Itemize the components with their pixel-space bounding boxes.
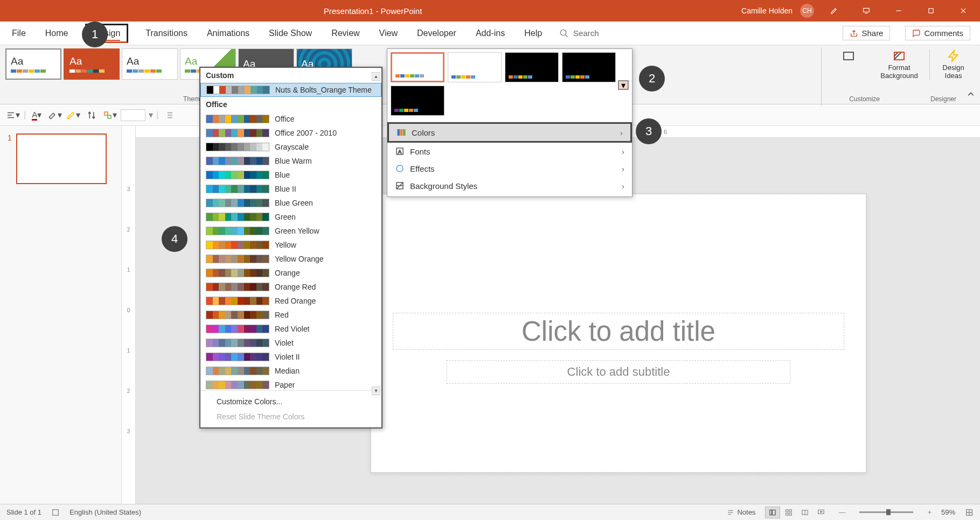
color-strip [206, 297, 269, 305]
tab-slide-show[interactable]: Slide Show [267, 23, 314, 44]
tab-home[interactable]: Home [43, 23, 71, 44]
svg-line-6 [565, 34, 568, 37]
tab-design[interactable]: Design [85, 24, 128, 43]
customize-colors-button[interactable]: Customize Colors... [200, 394, 381, 409]
tab-review[interactable]: Review [329, 23, 362, 44]
fit-window-icon[interactable] [965, 508, 974, 517]
minimize-icon[interactable] [886, 0, 911, 22]
theme-thumb-office[interactable]: Aa [5, 48, 61, 80]
color-scheme-row[interactable]: Violet [200, 336, 381, 350]
menu-background-styles[interactable]: Background Styles › [387, 177, 632, 194]
format-background-button[interactable]: Format Background [879, 50, 920, 80]
scroll-up-icon[interactable]: ▲ [372, 72, 380, 81]
color-scheme-row[interactable]: Red [200, 308, 381, 322]
color-scheme-row[interactable]: Blue Green [200, 196, 381, 210]
color-strip [206, 86, 270, 94]
color-scheme-row[interactable]: Orange [200, 266, 381, 280]
vertical-ruler: 3210123 [122, 126, 136, 520]
normal-view-icon[interactable] [765, 507, 780, 518]
color-scheme-row[interactable]: Median [200, 364, 381, 378]
highlight-icon[interactable]: ▾ [47, 108, 62, 122]
svg-text:A: A [398, 149, 401, 154]
theme-thumb-orange[interactable]: Aa [64, 48, 120, 80]
color-strip [206, 367, 269, 375]
pen-color-icon[interactable]: ▾ [66, 108, 81, 122]
tab-add-ins[interactable]: Add-ins [474, 23, 507, 44]
color-scheme-row[interactable]: Red Orange [200, 294, 381, 308]
color-scheme-row[interactable]: Violet II [200, 350, 381, 364]
ink-icon[interactable] [822, 0, 846, 22]
flyout-scrollbar[interactable]: ▲ ▼ [372, 72, 380, 395]
color-scheme-row[interactable]: Blue Warm [200, 154, 381, 168]
spellcheck-icon[interactable] [51, 508, 60, 517]
notes-button[interactable]: Notes [726, 508, 755, 516]
close-icon[interactable] [951, 0, 976, 22]
ribbon-collapse-icon[interactable] [967, 91, 975, 101]
svg-rect-12 [105, 112, 108, 115]
font-color-icon[interactable]: A ▾ [29, 108, 44, 122]
slide-size-button[interactable]: Slide Size [828, 50, 869, 72]
slideshow-view-icon[interactable] [814, 507, 829, 518]
color-strip [206, 115, 269, 123]
variant-thumb-4[interactable] [562, 52, 616, 82]
sort-icon[interactable] [84, 108, 99, 122]
variant-thumb-2[interactable] [448, 52, 502, 82]
list-icon[interactable] [162, 108, 177, 122]
menu-effects[interactable]: Effects › [387, 160, 632, 177]
menu-colors[interactable]: Colors › [387, 122, 632, 143]
zoom-percent[interactable]: 59% [941, 508, 955, 516]
subtitle-placeholder[interactable]: Click to add subtitle [447, 360, 790, 384]
color-scheme-row[interactable]: Nuts & Bolts_Orange Theme [200, 83, 381, 97]
color-scheme-label: Violet [275, 339, 294, 347]
zoom-slider[interactable] [859, 511, 913, 513]
color-scheme-label: Orange [275, 269, 300, 277]
tab-developer[interactable]: Developer [415, 23, 458, 44]
tab-animations[interactable]: Animations [205, 23, 252, 44]
color-scheme-row[interactable]: Office 2007 - 2010 [200, 126, 381, 140]
maximize-icon[interactable] [919, 0, 943, 22]
color-strip [206, 213, 269, 221]
color-scheme-row[interactable]: Yellow [200, 238, 381, 252]
user-avatar[interactable]: CH [800, 4, 814, 18]
language-status[interactable]: English (United States) [69, 508, 141, 516]
slide-canvas[interactable]: Click to add title Click to add subtitle [371, 194, 866, 473]
variants-dropdown-panel: ▾ Colors › A Fonts › Effects › Backgroun… [387, 48, 633, 197]
align-icon[interactable]: ▾ [5, 108, 20, 122]
color-strip [206, 255, 269, 263]
comments-button[interactable]: Comments [905, 26, 970, 40]
color-scheme-row[interactable]: Grayscale [200, 140, 381, 154]
color-scheme-row[interactable]: Yellow Orange [200, 252, 381, 266]
slide-thumbnail[interactable] [16, 133, 107, 184]
tab-view[interactable]: View [377, 23, 400, 44]
search-box[interactable]: Search [559, 29, 599, 38]
scroll-down-icon[interactable]: ▼ [372, 387, 380, 395]
color-scheme-row[interactable]: Office [200, 112, 381, 126]
tab-help[interactable]: Help [522, 23, 544, 44]
variant-thumb-1[interactable] [391, 52, 444, 82]
shapes-icon[interactable]: ▾ [102, 108, 117, 122]
variants-more-button[interactable]: ▾ [618, 80, 629, 90]
color-scheme-row[interactable]: Orange Red [200, 280, 381, 294]
design-ideas-icon [946, 50, 961, 62]
display-options-icon[interactable] [854, 0, 879, 22]
variant-thumb-5[interactable] [391, 86, 444, 116]
share-button[interactable]: Share [843, 26, 890, 40]
color-scheme-row[interactable]: Blue II [200, 182, 381, 196]
color-scheme-row[interactable]: Paper [200, 378, 381, 390]
tab-transitions[interactable]: Transitions [143, 23, 190, 44]
variant-thumb-3[interactable] [505, 52, 559, 82]
user-name: Camille Holden [741, 6, 793, 15]
menu-fonts[interactable]: A Fonts › [387, 143, 632, 160]
style-dropdown[interactable] [121, 109, 145, 121]
tab-file[interactable]: File [10, 23, 28, 44]
color-scheme-row[interactable]: Green Yellow [200, 224, 381, 238]
theme-thumb-3[interactable]: Aa [122, 48, 178, 80]
title-placeholder[interactable]: Click to add title [393, 313, 844, 350]
color-scheme-row[interactable]: Green [200, 210, 381, 224]
color-scheme-row[interactable]: Red Violet [200, 322, 381, 336]
design-ideas-button[interactable]: Design Ideas [929, 50, 970, 80]
color-scheme-row[interactable]: Blue [200, 168, 381, 182]
color-strip [206, 199, 269, 207]
sorter-view-icon[interactable] [781, 507, 796, 518]
reading-view-icon[interactable] [797, 507, 812, 518]
